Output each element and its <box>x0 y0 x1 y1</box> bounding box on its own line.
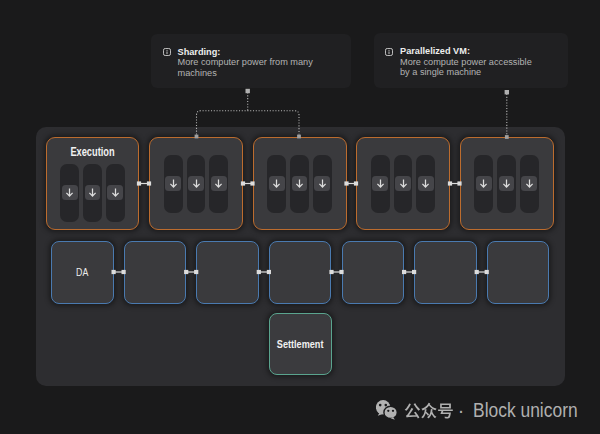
tooltip-title: Parallelized VM: <box>400 46 564 57</box>
machine-pill <box>290 155 309 213</box>
arrow-chip <box>62 185 78 201</box>
down-arrow-icon <box>87 187 98 198</box>
da-label: DA <box>76 265 88 279</box>
machine-pill <box>267 155 286 213</box>
da-cell-box <box>196 241 259 304</box>
machine-pill <box>83 164 102 222</box>
execution-box: Execution <box>46 137 139 230</box>
down-arrow-icon <box>317 178 328 189</box>
arrow-chip <box>165 176 181 192</box>
machine-pill <box>394 155 413 213</box>
arrow-chip <box>476 176 492 192</box>
tooltip-line: machines <box>178 68 348 79</box>
down-arrow-icon <box>420 178 431 189</box>
arrow-chip <box>372 176 388 192</box>
arrow-chip <box>314 176 330 192</box>
arrow-chip <box>269 176 285 192</box>
down-arrow-icon <box>375 178 386 189</box>
machine-pill <box>106 164 125 222</box>
execution-machine-box <box>149 137 243 230</box>
down-arrow-icon <box>271 178 282 189</box>
da-cell-box <box>342 241 405 304</box>
down-arrow-icon <box>294 178 305 189</box>
da-cell-box <box>124 241 187 304</box>
info-icon <box>163 48 171 56</box>
arrow-chip <box>521 176 537 192</box>
machine-pill <box>313 155 332 213</box>
down-arrow-icon <box>64 187 75 198</box>
down-arrow-icon <box>191 178 202 189</box>
tooltip-parallelized-vm: Parallelized VM: More compute power acce… <box>374 33 568 88</box>
wechat-icon <box>376 400 398 421</box>
tooltip-sharding: Sharding: More computer power from many … <box>151 34 351 89</box>
execution-machine-box <box>356 137 450 230</box>
down-arrow-icon <box>524 178 535 189</box>
machine-pill <box>60 164 79 222</box>
arrow-chip <box>85 185 101 201</box>
down-arrow-icon <box>168 178 179 189</box>
arrow-chip <box>395 176 411 192</box>
settlement-label: Settlement <box>277 337 324 351</box>
watermark-name: Block unicorn <box>473 399 578 422</box>
machine-pill <box>474 155 493 213</box>
down-arrow-icon <box>478 178 489 189</box>
tooltip-line: More computer power from many <box>178 57 348 68</box>
da-box: DA <box>51 241 114 304</box>
down-arrow-icon <box>501 178 512 189</box>
da-cell-box <box>414 241 477 304</box>
arrow-chip <box>107 185 123 201</box>
down-arrow-icon <box>110 187 121 198</box>
arrow-chip <box>211 176 227 192</box>
down-arrow-icon <box>213 178 224 189</box>
execution-machine-box <box>253 137 347 230</box>
wechat-cjk-text <box>404 401 456 420</box>
arrow-chip <box>188 176 204 192</box>
arrow-chip <box>499 176 515 192</box>
watermark-separator: · <box>458 399 465 422</box>
da-cell-box <box>487 241 550 304</box>
machine-pill <box>187 155 206 213</box>
info-icon <box>385 48 393 56</box>
tooltip-line: by a single machine <box>400 67 564 78</box>
settlement-box: Settlement <box>269 313 332 375</box>
machine-pill <box>416 155 435 213</box>
machine-pill <box>164 155 183 213</box>
da-cell-box <box>269 241 332 304</box>
machine-pill <box>371 155 390 213</box>
dotted-endpoint-node <box>505 90 509 94</box>
dotted-endpoint-node <box>246 89 250 93</box>
machine-pill <box>520 155 539 213</box>
arrow-chip <box>418 176 434 192</box>
down-arrow-icon <box>398 178 409 189</box>
machine-pill <box>497 155 516 213</box>
machine-pill <box>209 155 228 213</box>
tooltip-line: More compute power accessible <box>400 57 564 68</box>
arrow-chip <box>292 176 308 192</box>
diagram-stage: Sharding: More computer power from many … <box>0 0 600 434</box>
execution-label: Execution <box>57 145 127 159</box>
execution-machine-box <box>460 137 554 230</box>
tooltip-title: Sharding: <box>178 47 348 58</box>
